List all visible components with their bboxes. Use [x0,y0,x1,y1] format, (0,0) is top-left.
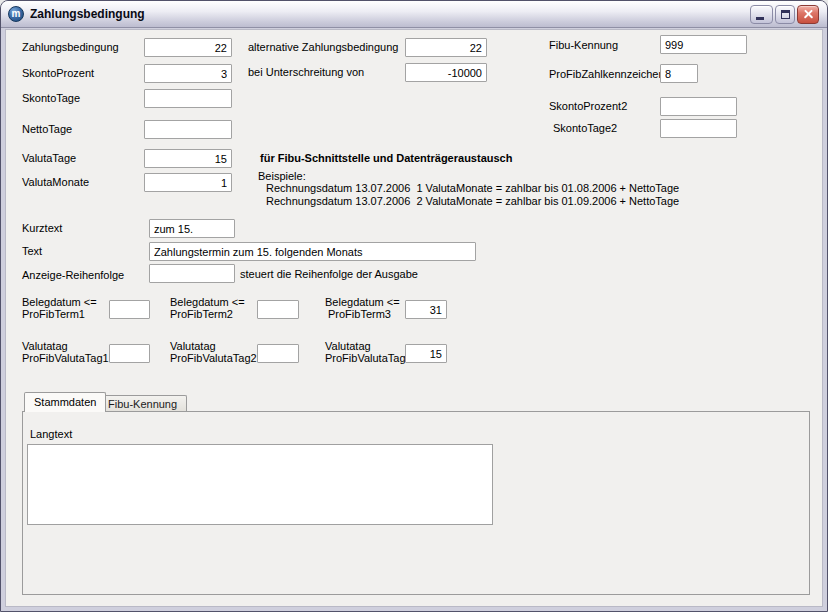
skontotage2-label: SkontoTage2 [553,122,617,134]
belegdatum-term3-label: Belegdatum <= ProFibTerm3 [325,296,400,320]
examples-label: Beispiele: [258,170,306,182]
profibterm1-input[interactable] [109,300,150,319]
langtext-textarea[interactable] [27,444,493,525]
kurztext-input[interactable] [149,219,235,238]
belegdatum-term2-label: Belegdatum <= ProFibTerm2 [170,296,245,320]
profibterm2-input[interactable] [257,300,299,319]
langtext-label: Langtext [30,428,72,440]
valutatag1-label: Valutatag ProFibValutaTag1 [22,340,109,364]
skontoprozent-input[interactable] [144,64,232,83]
skontoprozent-label: SkontoProzent [22,67,94,79]
alt-zahlungsbedingung-label: alternative Zahlungsbedingung [248,41,398,53]
skontoprozent2-label: SkontoProzent2 [549,100,627,112]
titlebar[interactable]: m Zahlungsbedingung [1,1,827,28]
profibvalutatag2-input[interactable] [257,344,299,363]
dialog-body: Zahlungsbedingung SkontoProzent SkontoTa… [5,29,823,607]
nettotage-label: NettoTage [22,123,72,135]
profibterm3-input[interactable] [405,300,447,319]
bei-unterschreitung-label: bei Unterschreitung von [248,66,364,78]
skontotage2-input[interactable] [660,119,737,138]
zahlungsbedingung-label: Zahlungsbedingung [22,41,119,53]
skontotage-label: SkontoTage [22,92,80,104]
zahlungsbedingung-dialog: m Zahlungsbedingung Zahlungsbedingung Sk… [0,0,828,612]
anzeige-reihenfolge-input[interactable] [149,264,235,283]
profibvalutatag3-input[interactable] [405,344,447,363]
text-input[interactable] [149,242,476,261]
bei-unterschreitung-input[interactable] [405,63,487,82]
minimize-icon [756,17,764,20]
valutamonate-label: ValutaMonate [22,176,89,188]
maximize-button[interactable] [775,5,795,24]
example-line: Rechnungsdatum 13.07.2006 1 ValutaMonate… [266,182,679,194]
valutatag3-label: Valutatag ProFibValutaTag3 [325,340,412,364]
app-icon: m [8,6,24,22]
maximize-icon [781,10,790,19]
text-label: Text [22,245,42,257]
anzeige-reihenfolge-note: steuert die Reihenfolge der Ausgabe [240,268,418,280]
alt-zahlungsbedingung-input[interactable] [405,38,487,57]
stammdaten-tab-panel: Langtext [22,411,810,595]
skontotage-input[interactable] [144,89,232,108]
close-button[interactable] [797,5,819,24]
window-title: Zahlungsbedingung [30,7,750,21]
valutatage-input[interactable] [144,149,232,168]
belegdatum-term1-label: Belegdatum <= ProFibTerm1 [22,296,97,320]
profib-zahlkennzeichen-input[interactable] [660,64,698,83]
profib-zahlkennzeichen-label: ProFibZahlkennzeichen [549,68,665,80]
tab-stammdaten[interactable]: Stammdaten [24,392,106,412]
zahlungsbedingung-input[interactable] [144,38,232,57]
anzeige-reihenfolge-label: Anzeige-Reihenfolge [22,269,124,281]
valutatage-label: ValutaTage [22,152,76,164]
app-icon-letter: m [12,8,21,19]
fibu-info-heading: für Fibu-Schnittstelle und Datenträgerau… [260,152,512,164]
valutamonate-input[interactable] [144,173,232,192]
fibu-kennung-label: Fibu-Kennung [549,39,618,51]
close-icon [803,9,814,20]
window-controls [750,5,819,24]
skontoprozent2-input[interactable] [660,97,737,116]
kurztext-label: Kurztext [22,222,62,234]
tab-fibu-kennung[interactable]: Fibu-Kennung [98,395,187,412]
minimize-button[interactable] [750,5,773,24]
valutatag2-label: Valutatag ProFibValutaTag2 [170,340,257,364]
nettotage-input[interactable] [144,120,232,139]
profibvalutatag1-input[interactable] [109,344,150,363]
fibu-kennung-input[interactable] [660,35,747,54]
example-line: Rechnungsdatum 13.07.2006 2 ValutaMonate… [266,195,679,207]
